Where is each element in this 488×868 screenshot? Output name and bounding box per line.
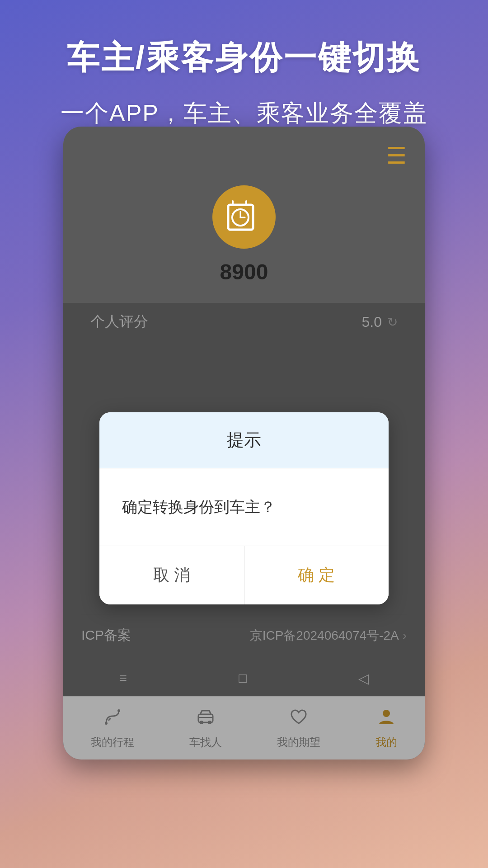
dialog-message: 确定转换身份到车主？ bbox=[122, 495, 366, 519]
dialog-overlay: 提示 确定转换身份到车主？ 取 消 确 定 bbox=[63, 302, 425, 760]
cancel-button[interactable]: 取 消 bbox=[99, 546, 244, 604]
dialog-title: 提示 bbox=[116, 429, 372, 452]
top-subtitle: 一个APP，车主、乘客业务全覆盖 bbox=[27, 98, 461, 129]
profile-section: 8900 bbox=[63, 176, 425, 302]
phone-mockup: ☰ 8900 个人评分 bbox=[63, 127, 425, 760]
confirm-button[interactable]: 确 定 bbox=[244, 546, 389, 604]
user-id: 8900 bbox=[220, 259, 268, 284]
dialog-box: 提示 确定转换身份到车主？ 取 消 确 定 bbox=[99, 412, 389, 604]
app-screen: ☰ 8900 个人评分 bbox=[63, 127, 425, 760]
top-title: 车主/乘客身份一键切换 bbox=[27, 36, 461, 80]
dialog-body: 确定转换身份到车主？ bbox=[99, 468, 389, 546]
content-area: 个人评分 5.0 ↻ 提示 确定转换身份到车主？ 取 消 bbox=[63, 302, 425, 760]
hamburger-icon[interactable]: ☰ bbox=[386, 145, 407, 167]
dialog-header: 提示 bbox=[99, 412, 389, 468]
dialog-footer: 取 消 确 定 bbox=[99, 546, 389, 604]
app-header: ☰ bbox=[63, 127, 425, 176]
avatar bbox=[212, 185, 276, 249]
